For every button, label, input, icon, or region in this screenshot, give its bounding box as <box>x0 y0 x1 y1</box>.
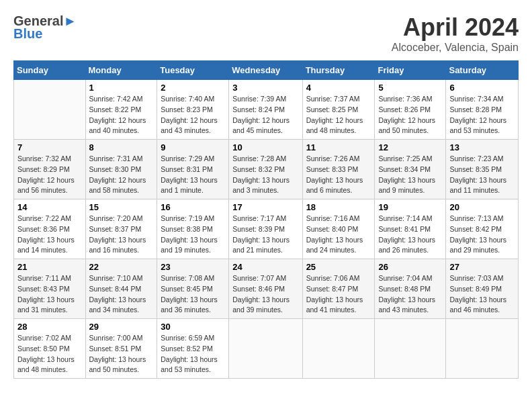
day-number: 1 <box>89 83 154 93</box>
day-number: 15 <box>89 202 154 212</box>
calendar-cell: 16Sunrise: 7:19 AM Sunset: 8:38 PM Dayli… <box>157 199 229 259</box>
calendar-cell: 25Sunrise: 7:06 AM Sunset: 8:47 PM Dayli… <box>302 259 375 319</box>
weekday-header-tuesday: Tuesday <box>157 61 229 80</box>
calendar-cell: 1Sunrise: 7:42 AM Sunset: 8:22 PM Daylig… <box>85 80 157 140</box>
day-info: Sunrise: 7:31 AM Sunset: 8:30 PM Dayligh… <box>89 154 154 196</box>
calendar-cell: 12Sunrise: 7:25 AM Sunset: 8:34 PM Dayli… <box>375 140 446 199</box>
calendar-cell: 10Sunrise: 7:28 AM Sunset: 8:32 PM Dayli… <box>229 140 302 199</box>
weekday-header-monday: Monday <box>85 61 157 80</box>
calendar-cell <box>375 319 446 379</box>
day-info: Sunrise: 7:40 AM Sunset: 8:23 PM Dayligh… <box>161 94 225 136</box>
day-number: 24 <box>232 262 298 272</box>
day-info: Sunrise: 7:03 AM Sunset: 8:49 PM Dayligh… <box>449 273 515 316</box>
weekday-header-thursday: Thursday <box>302 61 375 80</box>
day-info: Sunrise: 7:32 AM Sunset: 8:29 PM Dayligh… <box>17 154 82 196</box>
calendar-cell: 19Sunrise: 7:14 AM Sunset: 8:41 PM Dayli… <box>375 199 446 259</box>
day-info: Sunrise: 7:19 AM Sunset: 8:38 PM Dayligh… <box>161 214 225 256</box>
logo: General► Blue <box>13 13 77 42</box>
day-number: 23 <box>161 262 225 272</box>
day-number: 12 <box>378 142 442 152</box>
calendar-cell: 13Sunrise: 7:23 AM Sunset: 8:35 PM Dayli… <box>446 140 519 199</box>
calendar-header-row: SundayMondayTuesdayWednesdayThursdayFrid… <box>14 61 519 80</box>
day-info: Sunrise: 7:29 AM Sunset: 8:31 PM Dayligh… <box>161 154 225 196</box>
day-number: 11 <box>306 142 371 152</box>
day-info: Sunrise: 7:11 AM Sunset: 8:43 PM Dayligh… <box>17 273 82 316</box>
day-number: 26 <box>378 262 442 272</box>
calendar-week-row: 7Sunrise: 7:32 AM Sunset: 8:29 PM Daylig… <box>14 140 519 199</box>
day-info: Sunrise: 7:39 AM Sunset: 8:24 PM Dayligh… <box>232 94 298 136</box>
day-number: 27 <box>449 262 515 272</box>
calendar-cell: 28Sunrise: 7:02 AM Sunset: 8:50 PM Dayli… <box>14 319 86 379</box>
day-info: Sunrise: 7:14 AM Sunset: 8:41 PM Dayligh… <box>378 214 442 256</box>
page-header: General► Blue April 2024 Alcoceber, Vale… <box>13 13 519 54</box>
day-info: Sunrise: 7:07 AM Sunset: 8:46 PM Dayligh… <box>232 273 298 316</box>
day-number: 22 <box>89 262 154 272</box>
calendar-cell: 17Sunrise: 7:17 AM Sunset: 8:39 PM Dayli… <box>229 199 302 259</box>
calendar-cell: 27Sunrise: 7:03 AM Sunset: 8:49 PM Dayli… <box>446 259 519 319</box>
title-block: April 2024 Alcoceber, Valencia, Spain <box>392 13 519 54</box>
calendar-cell <box>229 319 302 379</box>
calendar-cell <box>302 319 375 379</box>
calendar-cell: 6Sunrise: 7:34 AM Sunset: 8:28 PM Daylig… <box>446 80 519 140</box>
logo-blue-text: Blue <box>13 26 77 42</box>
calendar-cell: 18Sunrise: 7:16 AM Sunset: 8:40 PM Dayli… <box>302 199 375 259</box>
weekday-header-saturday: Saturday <box>446 61 519 80</box>
calendar-cell: 24Sunrise: 7:07 AM Sunset: 8:46 PM Dayli… <box>229 259 302 319</box>
day-info: Sunrise: 7:42 AM Sunset: 8:22 PM Dayligh… <box>89 94 154 136</box>
calendar-cell: 15Sunrise: 7:20 AM Sunset: 8:37 PM Dayli… <box>85 199 157 259</box>
day-number: 29 <box>89 322 154 332</box>
day-number: 6 <box>449 83 515 93</box>
day-number: 28 <box>17 322 82 332</box>
day-info: Sunrise: 7:28 AM Sunset: 8:32 PM Dayligh… <box>232 154 298 196</box>
day-info: Sunrise: 7:06 AM Sunset: 8:47 PM Dayligh… <box>306 273 371 316</box>
location-text: Alcoceber, Valencia, Spain <box>392 42 519 54</box>
calendar-cell: 3Sunrise: 7:39 AM Sunset: 8:24 PM Daylig… <box>229 80 302 140</box>
calendar-cell: 14Sunrise: 7:22 AM Sunset: 8:36 PM Dayli… <box>14 199 86 259</box>
calendar-cell: 9Sunrise: 7:29 AM Sunset: 8:31 PM Daylig… <box>157 140 229 199</box>
day-info: Sunrise: 7:34 AM Sunset: 8:28 PM Dayligh… <box>449 94 515 136</box>
month-title: April 2024 <box>392 13 519 42</box>
calendar-cell: 30Sunrise: 6:59 AM Sunset: 8:52 PM Dayli… <box>157 319 229 379</box>
calendar-week-row: 1Sunrise: 7:42 AM Sunset: 8:22 PM Daylig… <box>14 80 519 140</box>
day-number: 30 <box>161 322 225 332</box>
day-number: 16 <box>161 202 225 212</box>
day-number: 25 <box>306 262 371 272</box>
day-number: 2 <box>161 83 225 93</box>
calendar-cell: 2Sunrise: 7:40 AM Sunset: 8:23 PM Daylig… <box>157 80 229 140</box>
calendar-cell: 4Sunrise: 7:37 AM Sunset: 8:25 PM Daylig… <box>302 80 375 140</box>
day-number: 17 <box>232 202 298 212</box>
calendar-cell: 22Sunrise: 7:10 AM Sunset: 8:44 PM Dayli… <box>85 259 157 319</box>
day-info: Sunrise: 7:37 AM Sunset: 8:25 PM Dayligh… <box>306 94 371 136</box>
weekday-header-friday: Friday <box>375 61 446 80</box>
day-info: Sunrise: 7:02 AM Sunset: 8:50 PM Dayligh… <box>17 333 82 375</box>
calendar-cell: 5Sunrise: 7:36 AM Sunset: 8:26 PM Daylig… <box>375 80 446 140</box>
day-info: Sunrise: 6:59 AM Sunset: 8:52 PM Dayligh… <box>161 333 225 375</box>
day-info: Sunrise: 7:23 AM Sunset: 8:35 PM Dayligh… <box>449 154 515 196</box>
day-number: 20 <box>449 202 515 212</box>
calendar-cell <box>446 319 519 379</box>
calendar-cell: 21Sunrise: 7:11 AM Sunset: 8:43 PM Dayli… <box>14 259 86 319</box>
day-number: 5 <box>378 83 442 93</box>
day-info: Sunrise: 7:04 AM Sunset: 8:48 PM Dayligh… <box>378 273 442 316</box>
calendar-cell: 7Sunrise: 7:32 AM Sunset: 8:29 PM Daylig… <box>14 140 86 199</box>
day-number: 18 <box>306 202 371 212</box>
day-number: 7 <box>17 142 82 152</box>
day-number: 19 <box>378 202 442 212</box>
weekday-header-sunday: Sunday <box>14 61 86 80</box>
day-info: Sunrise: 7:20 AM Sunset: 8:37 PM Dayligh… <box>89 214 154 256</box>
day-info: Sunrise: 7:10 AM Sunset: 8:44 PM Dayligh… <box>89 273 154 316</box>
day-info: Sunrise: 7:22 AM Sunset: 8:36 PM Dayligh… <box>17 214 82 256</box>
day-number: 21 <box>17 262 82 272</box>
day-number: 8 <box>89 142 154 152</box>
day-number: 10 <box>232 142 298 152</box>
calendar-cell: 29Sunrise: 7:00 AM Sunset: 8:51 PM Dayli… <box>85 319 157 379</box>
calendar-week-row: 28Sunrise: 7:02 AM Sunset: 8:50 PM Dayli… <box>14 319 519 379</box>
day-info: Sunrise: 7:26 AM Sunset: 8:33 PM Dayligh… <box>306 154 371 196</box>
day-info: Sunrise: 7:00 AM Sunset: 8:51 PM Dayligh… <box>89 333 154 375</box>
day-info: Sunrise: 7:36 AM Sunset: 8:26 PM Dayligh… <box>378 94 442 136</box>
calendar-cell: 11Sunrise: 7:26 AM Sunset: 8:33 PM Dayli… <box>302 140 375 199</box>
day-info: Sunrise: 7:16 AM Sunset: 8:40 PM Dayligh… <box>306 214 371 256</box>
day-info: Sunrise: 7:13 AM Sunset: 8:42 PM Dayligh… <box>449 214 515 256</box>
day-number: 4 <box>306 83 371 93</box>
calendar-cell: 26Sunrise: 7:04 AM Sunset: 8:48 PM Dayli… <box>375 259 446 319</box>
